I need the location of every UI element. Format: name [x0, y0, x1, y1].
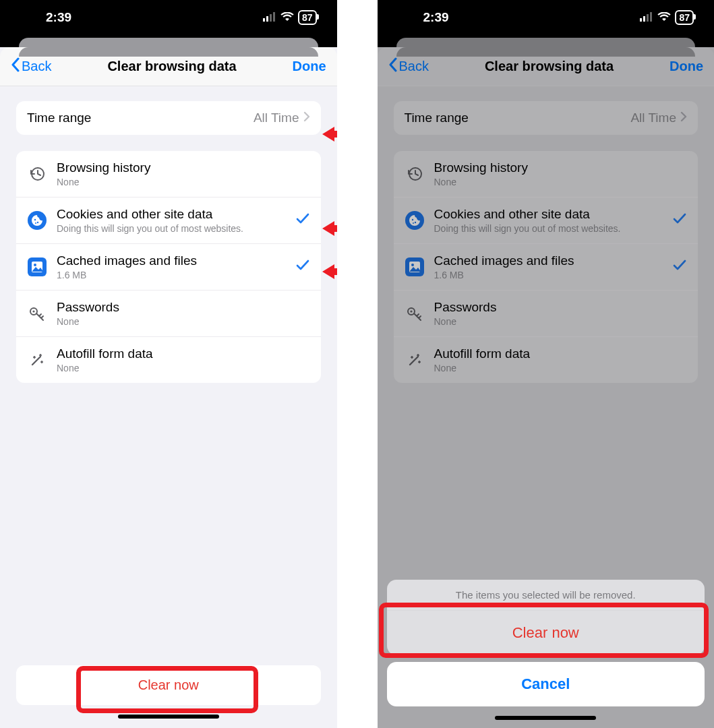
- svg-rect-2: [270, 14, 272, 22]
- action-sheet-cancel-button[interactable]: Cancel: [387, 662, 705, 706]
- phone-screen-right: 2:39 87 Back Clear browsing data Done Ti…: [378, 0, 715, 728]
- cookies-sub: Doing this will sign you out of most web…: [57, 223, 295, 234]
- cache-title: Cached images and files: [57, 253, 295, 268]
- cell-signal-icon: [263, 10, 276, 25]
- chevron-left-icon: [11, 57, 20, 75]
- back-label: Back: [22, 59, 51, 74]
- status-bar: 2:39 87: [378, 0, 715, 35]
- battery-icon: 87: [675, 10, 694, 25]
- action-sheet-clear-now-button[interactable]: Clear now: [387, 610, 705, 655]
- cache-sub: 1.6 MB: [57, 270, 295, 280]
- svg-rect-16: [643, 16, 645, 22]
- svg-rect-17: [647, 14, 649, 22]
- checkmark-icon: [295, 257, 310, 276]
- svg-rect-0: [263, 18, 265, 22]
- history-icon: [27, 165, 47, 183]
- time-range-row[interactable]: Time range All Time: [16, 101, 321, 135]
- row-cache[interactable]: Cached images and files 1.6 MB: [16, 243, 321, 290]
- page-title: Clear browsing data: [107, 59, 236, 74]
- wand-icon: [27, 351, 47, 369]
- svg-rect-18: [650, 12, 652, 22]
- cell-signal-icon: [640, 10, 653, 25]
- autofill-sub: None: [57, 363, 310, 373]
- action-sheet-message: The items you selected will be removed.: [387, 580, 705, 610]
- svg-point-9: [34, 264, 36, 266]
- sheet-stack-back: [0, 35, 337, 47]
- cookie-icon: [27, 211, 47, 230]
- passwords-title: Passwords: [57, 300, 310, 315]
- row-passwords[interactable]: Passwords None: [16, 290, 321, 336]
- svg-rect-1: [266, 16, 268, 22]
- autofill-title: Autofill form data: [57, 346, 310, 361]
- svg-point-7: [35, 222, 36, 224]
- passwords-sub: None: [57, 316, 310, 327]
- row-browsing-history[interactable]: Browsing history None: [16, 151, 321, 197]
- image-icon: [27, 257, 47, 276]
- clear-now-button[interactable]: Clear now: [16, 665, 321, 705]
- checkmark-icon: [295, 211, 310, 230]
- sheet-stack-mid: [19, 47, 318, 57]
- svg-rect-15: [640, 18, 642, 22]
- action-sheet-group: The items you selected will be removed. …: [387, 580, 705, 655]
- bottom-area: Clear now: [0, 665, 337, 728]
- svg-point-6: [37, 222, 38, 223]
- history-title: Browsing history: [57, 160, 310, 175]
- wifi-icon: [657, 10, 671, 25]
- battery-icon: 87: [298, 10, 317, 25]
- done-button[interactable]: Done: [293, 59, 326, 74]
- wifi-icon: [280, 10, 294, 25]
- svg-point-11: [32, 310, 34, 312]
- data-types-card: Browsing history None Cookies and other …: [16, 151, 321, 383]
- status-time: 2:39: [46, 10, 71, 25]
- time-range-value: All Time: [254, 111, 299, 125]
- svg-point-5: [34, 219, 36, 220]
- time-range-label: Time range: [27, 111, 91, 125]
- status-time: 2:39: [423, 10, 449, 25]
- row-autofill[interactable]: Autofill form data None: [16, 336, 321, 383]
- svg-rect-3: [273, 12, 275, 22]
- phone-screen-left: 2:39 87 Back Clear browsing data Done Ti…: [0, 0, 337, 728]
- chevron-right-icon: [303, 111, 310, 125]
- back-button[interactable]: Back: [11, 57, 51, 75]
- cookies-title: Cookies and other site data: [57, 207, 295, 222]
- key-icon: [27, 305, 47, 322]
- time-range-card: Time range All Time: [16, 101, 321, 135]
- home-indicator: [495, 716, 596, 720]
- history-sub: None: [57, 177, 310, 187]
- status-bar: 2:39 87: [0, 0, 337, 35]
- action-sheet: The items you selected will be removed. …: [387, 580, 705, 720]
- row-cookies[interactable]: Cookies and other site data Doing this w…: [16, 197, 321, 243]
- content-area: Time range All Time Browsing history Non…: [0, 86, 337, 383]
- home-indicator: [118, 715, 219, 719]
